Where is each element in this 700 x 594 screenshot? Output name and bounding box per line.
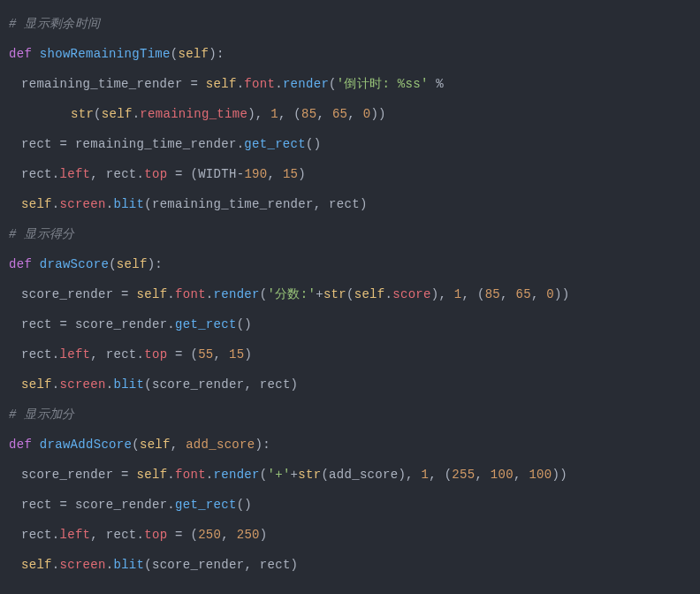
code-line: # 显示得分 [0,219,700,249]
self-param: self [178,47,209,61]
code-line: str(self.remaining_time), 1, (85, 65, 0)… [0,99,700,129]
variable: remaining_time_render [21,77,183,91]
code-line: rect = score_render.get_rect() [0,309,700,339]
string-literal: '+' [267,468,290,482]
keyword-def: def [9,47,32,61]
code-line: score_render = self.font.render('分数:'+st… [0,279,700,309]
string-literal: '倒计时: %ss' [337,77,429,91]
code-line: def showRemainingTime(self): [0,39,700,69]
code-line: rect = score_render.get_rect() [0,490,700,520]
code-line: self.screen.blit(score_render, rect) [0,369,700,400]
function-name: drawScore [40,257,109,271]
string-literal: '分数:' [267,287,316,301]
comment: # 显示得分 [9,227,75,241]
code-line: def drawAddScore(self, add_score): [0,430,700,460]
code-line: rect.left, rect.top = (WIDTH-190, 15) [0,159,700,189]
code-line: remaining_time_render = self.font.render… [0,69,700,99]
comment: # 显示加分 [9,407,75,422]
code-line: # 显示剩余时间 [0,9,700,39]
comment: # 显示剩余时间 [9,17,100,31]
code-line: self.screen.blit(remaining_time_render, … [0,189,700,219]
code-line: rect.left, rect.top = (250, 250) [0,520,700,550]
code-line: rect.left, rect.top = (55, 15) [0,339,700,369]
function-name: drawAddScore [40,438,132,452]
code-line: self.screen.blit(score_render, rect) [0,550,700,580]
code-line: rect = remaining_time_render.get_rect() [0,129,700,159]
code-editor[interactable]: # 显示剩余时间 def showRemainingTime(self): re… [0,9,700,580]
code-line: score_render = self.font.render('+'+str(… [0,460,700,490]
code-line: def drawScore(self): [0,249,700,279]
code-line: # 显示加分 [0,400,700,430]
function-name: showRemainingTime [40,47,171,61]
